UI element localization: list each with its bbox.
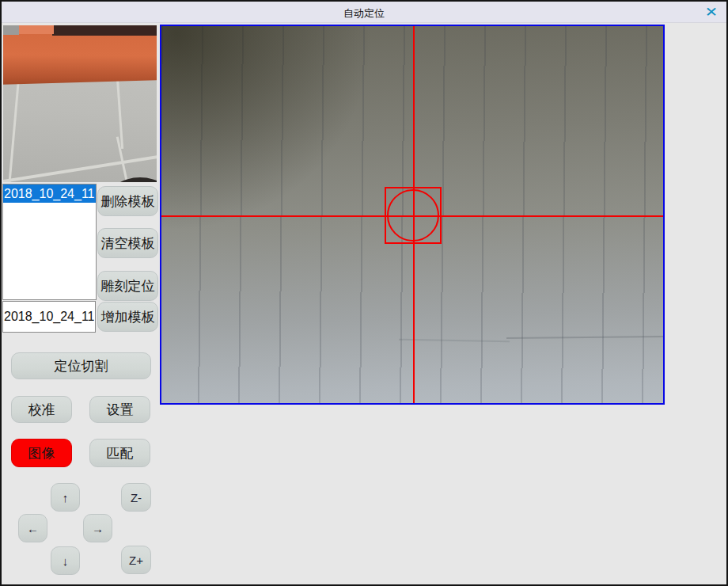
target-circle-marker bbox=[387, 189, 439, 242]
thumbnail-dark-blob bbox=[106, 177, 157, 182]
thumbnail-light-patch bbox=[19, 25, 54, 34]
thumbnail-dark-strip bbox=[52, 25, 157, 36]
tile-grout-line bbox=[8, 78, 20, 182]
z-plus-button[interactable]: Z+ bbox=[121, 546, 151, 574]
thumbnail-gray-patch bbox=[3, 25, 19, 35]
calibrate-button[interactable]: 校准 bbox=[11, 396, 72, 423]
camera-tile-seam bbox=[506, 336, 665, 339]
jog-down-button[interactable]: ↓ bbox=[51, 546, 80, 575]
jog-left-button[interactable]: ← bbox=[18, 514, 47, 542]
image-button[interactable]: 图像 bbox=[11, 439, 72, 467]
match-button[interactable]: 匹配 bbox=[89, 439, 150, 467]
z-minus-button[interactable]: Z- bbox=[121, 483, 151, 512]
auto-locate-dialog: 自动定位 ✕ 2018_10_24_11 删除模板 清空模板 雕刻定位 增加模板… bbox=[0, 0, 728, 586]
template-listbox[interactable]: 2018_10_24_11 bbox=[2, 184, 97, 300]
jog-up-button[interactable]: ↑ bbox=[51, 483, 80, 512]
template-name-input[interactable] bbox=[2, 301, 96, 333]
dialog-title: 自动定位 bbox=[2, 6, 726, 21]
close-icon[interactable]: ✕ bbox=[701, 4, 721, 21]
titlebar: 自动定位 ✕ bbox=[2, 2, 726, 23]
settings-button[interactable]: 设置 bbox=[89, 396, 150, 423]
camera-view[interactable] bbox=[160, 25, 665, 405]
delete-template-button[interactable]: 删除模板 bbox=[97, 186, 158, 216]
clear-templates-button[interactable]: 清空模板 bbox=[97, 228, 158, 258]
camera-tile-seam bbox=[399, 339, 510, 342]
template-thumbnail bbox=[3, 25, 157, 182]
template-list-item-selected[interactable]: 2018_10_24_11 bbox=[3, 185, 96, 203]
engrave-locate-button[interactable]: 雕刻定位 bbox=[97, 271, 158, 301]
jog-right-button[interactable]: → bbox=[83, 514, 112, 542]
locate-cut-button[interactable]: 定位切割 bbox=[11, 352, 151, 379]
add-template-button[interactable]: 增加模板 bbox=[97, 302, 158, 332]
